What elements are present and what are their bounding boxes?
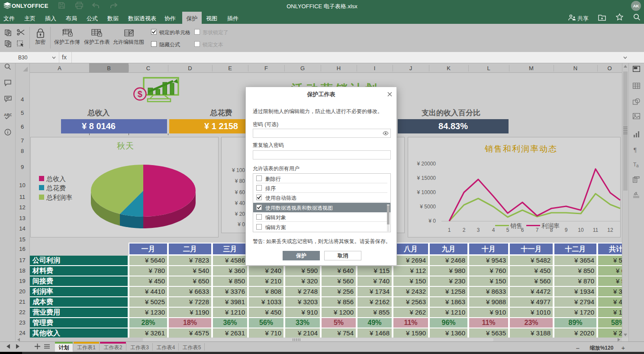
svg-text:a: a [636,163,639,168]
svg-text:¶: ¶ [634,146,637,153]
